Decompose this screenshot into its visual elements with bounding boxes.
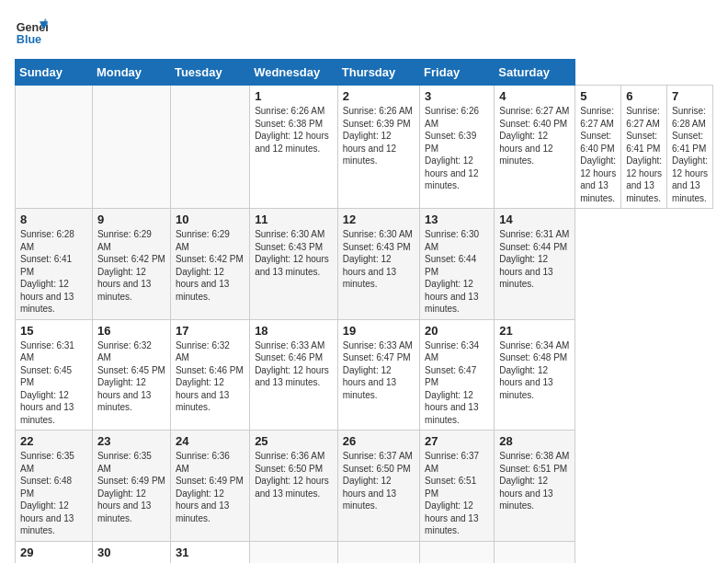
calendar-day-cell: 6 Sunrise: 6:27 AMSunset: 6:41 PMDayligh… [621,86,667,209]
calendar-day-cell: 11 Sunrise: 6:30 AMSunset: 6:43 PMDaylig… [250,209,338,320]
calendar-row: 29 Sunrise: 6:38 AMSunset: 6:52 PMDaylig… [16,541,713,563]
calendar-day-cell: 15 Sunrise: 6:31 AMSunset: 6:45 PMDaylig… [16,319,93,431]
day-number: 21 [499,324,570,338]
calendar-day-cell [250,541,338,563]
day-number: 27 [425,434,489,448]
logo: General Blue [15,15,48,48]
day-info: Sunrise: 6:36 AMSunset: 6:49 PMDaylight:… [176,450,245,524]
calendar-day-cell: 19 Sunrise: 6:33 AMSunset: 6:47 PMDaylig… [337,319,419,431]
dow-header-monday: Monday [92,60,170,86]
calendar-day-cell: 12 Sunrise: 6:30 AMSunset: 6:43 PMDaylig… [337,209,419,320]
calendar-day-cell [420,541,495,563]
day-info: Sunrise: 6:33 AMSunset: 6:46 PMDaylight:… [255,339,333,389]
calendar-day-cell [337,541,419,563]
day-info: Sunrise: 6:30 AMSunset: 6:43 PMDaylight:… [343,228,415,291]
day-info: Sunrise: 6:26 AMSunset: 6:38 PMDaylight:… [255,105,333,155]
day-info: Sunrise: 6:35 AMSunset: 6:49 PMDaylight:… [97,450,165,524]
calendar-day-cell: 4 Sunrise: 6:27 AMSunset: 6:40 PMDayligh… [495,86,575,209]
day-number: 18 [255,324,333,338]
dow-header-wednesday: Wednesday [250,60,338,86]
calendar-row: 22 Sunrise: 6:35 AMSunset: 6:48 PMDaylig… [16,431,713,542]
calendar-row: 15 Sunrise: 6:31 AMSunset: 6:45 PMDaylig… [16,319,713,431]
day-number: 8 [20,213,87,226]
svg-text:Blue: Blue [17,33,41,46]
day-info: Sunrise: 6:34 AMSunset: 6:47 PMDaylight:… [425,339,489,427]
calendar-day-cell: 1 Sunrise: 6:26 AMSunset: 6:38 PMDayligh… [250,86,338,209]
day-info: Sunrise: 6:29 AMSunset: 6:42 PMDaylight:… [176,228,245,303]
day-info: Sunrise: 6:35 AMSunset: 6:48 PMDaylight:… [20,450,87,537]
page-header: General Blue [15,15,713,48]
day-info: Sunrise: 6:33 AMSunset: 6:47 PMDaylight:… [343,339,415,402]
day-info: Sunrise: 6:34 AMSunset: 6:48 PMDaylight:… [499,339,570,402]
day-number: 24 [176,434,245,448]
day-info: Sunrise: 6:30 AMSunset: 6:43 PMDaylight:… [255,228,333,278]
logo-icon: General Blue [15,15,48,48]
empty-cell [92,86,170,209]
calendar-table: SundayMondayTuesdayWednesdayThursdayFrid… [15,59,713,563]
calendar-day-cell: 3 Sunrise: 6:26 AMSunset: 6:39 PMDayligh… [420,86,495,209]
calendar-day-cell: 30 Sunrise: 6:39 AMSunset: 6:52 PMDaylig… [92,541,170,563]
day-number: 25 [255,434,333,448]
calendar-day-cell: 31 Sunrise: 6:39 AMSunset: 6:53 PMDaylig… [170,541,249,563]
day-number: 20 [425,324,489,338]
day-info: Sunrise: 6:26 AMSunset: 6:39 PMDaylight:… [425,105,489,192]
calendar-row: 8 Sunrise: 6:28 AMSunset: 6:41 PMDayligh… [16,209,713,320]
day-number: 10 [176,213,245,226]
day-number: 9 [97,213,165,226]
day-number: 19 [343,324,415,338]
day-of-week-row: SundayMondayTuesdayWednesdayThursdayFrid… [16,60,713,86]
day-number: 17 [176,324,245,338]
day-number: 28 [499,434,570,448]
calendar-day-cell: 7 Sunrise: 6:28 AMSunset: 6:41 PMDayligh… [667,86,713,209]
day-info: Sunrise: 6:27 AMSunset: 6:40 PMDaylight:… [499,105,570,167]
calendar-day-cell: 17 Sunrise: 6:32 AMSunset: 6:46 PMDaylig… [170,319,249,431]
dow-header-thursday: Thursday [337,60,419,86]
calendar-day-cell: 29 Sunrise: 6:38 AMSunset: 6:52 PMDaylig… [16,541,93,563]
calendar-day-cell: 27 Sunrise: 6:37 AMSunset: 6:51 PMDaylig… [420,431,495,542]
calendar-day-cell: 2 Sunrise: 6:26 AMSunset: 6:39 PMDayligh… [337,86,419,209]
day-number: 26 [343,434,415,448]
calendar-day-cell: 10 Sunrise: 6:29 AMSunset: 6:42 PMDaylig… [170,209,249,320]
day-info: Sunrise: 6:31 AMSunset: 6:45 PMDaylight:… [20,339,87,427]
empty-cell [16,86,93,209]
dow-header-friday: Friday [420,60,495,86]
day-number: 4 [499,89,570,103]
day-number: 6 [626,89,662,103]
day-info: Sunrise: 6:30 AMSunset: 6:44 PMDaylight:… [425,228,489,316]
day-number: 23 [97,434,165,448]
day-info: Sunrise: 6:32 AMSunset: 6:45 PMDaylight:… [97,339,165,414]
day-info: Sunrise: 6:38 AMSunset: 6:51 PMDaylight:… [499,450,570,512]
calendar-day-cell: 23 Sunrise: 6:35 AMSunset: 6:49 PMDaylig… [92,431,170,542]
calendar-day-cell: 8 Sunrise: 6:28 AMSunset: 6:41 PMDayligh… [16,209,93,320]
day-number: 16 [97,324,165,338]
dow-header-sunday: Sunday [16,60,93,86]
calendar-day-cell: 24 Sunrise: 6:36 AMSunset: 6:49 PMDaylig… [170,431,249,542]
day-number: 11 [255,213,333,226]
day-number: 2 [343,89,415,103]
dow-header-saturday: Saturday [495,60,575,86]
day-info: Sunrise: 6:32 AMSunset: 6:46 PMDaylight:… [176,339,245,414]
calendar-row: 1 Sunrise: 6:26 AMSunset: 6:38 PMDayligh… [16,86,713,209]
calendar-day-cell: 25 Sunrise: 6:36 AMSunset: 6:50 PMDaylig… [250,431,338,542]
calendar-day-cell: 9 Sunrise: 6:29 AMSunset: 6:42 PMDayligh… [92,209,170,320]
day-info: Sunrise: 6:28 AMSunset: 6:41 PMDaylight:… [672,105,708,204]
day-number: 7 [672,89,708,103]
day-number: 22 [20,434,87,448]
day-info: Sunrise: 6:27 AMSunset: 6:41 PMDaylight:… [626,105,662,204]
day-info: Sunrise: 6:26 AMSunset: 6:39 PMDaylight:… [343,105,415,167]
day-info: Sunrise: 6:36 AMSunset: 6:50 PMDaylight:… [255,450,333,500]
calendar-day-cell: 26 Sunrise: 6:37 AMSunset: 6:50 PMDaylig… [337,431,419,542]
day-number: 31 [176,546,245,559]
day-number: 14 [499,213,570,226]
day-number: 15 [20,324,87,338]
day-info: Sunrise: 6:28 AMSunset: 6:41 PMDaylight:… [20,228,87,316]
day-number: 1 [255,89,333,103]
calendar-day-cell: 28 Sunrise: 6:38 AMSunset: 6:51 PMDaylig… [495,431,575,542]
day-info: Sunrise: 6:31 AMSunset: 6:44 PMDaylight:… [499,228,570,291]
day-number: 29 [20,546,87,559]
day-number: 30 [97,546,165,559]
calendar-day-cell: 18 Sunrise: 6:33 AMSunset: 6:46 PMDaylig… [250,319,338,431]
day-number: 13 [425,213,489,226]
calendar-day-cell: 20 Sunrise: 6:34 AMSunset: 6:47 PMDaylig… [420,319,495,431]
calendar-day-cell: 22 Sunrise: 6:35 AMSunset: 6:48 PMDaylig… [16,431,93,542]
